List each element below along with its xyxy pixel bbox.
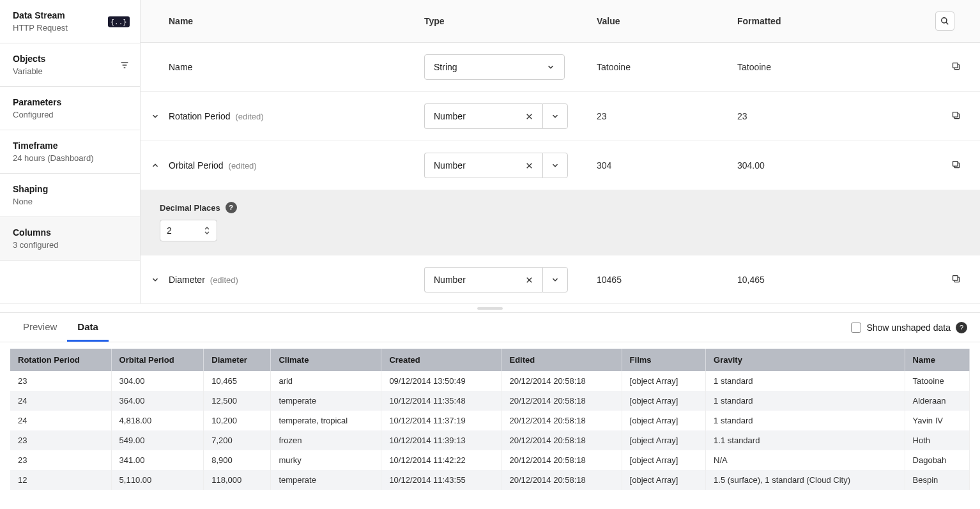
grid-header[interactable]: Climate (271, 349, 381, 371)
sidebar-item-title: Columns (13, 227, 127, 238)
grid-cell: [object Array] (622, 470, 706, 490)
data-grid-wrap[interactable]: Rotation PeriodOrbital PeriodDiameterCli… (0, 342, 980, 509)
code-icon: {..} (108, 16, 130, 27)
resize-handle[interactable] (0, 303, 980, 312)
column-row: Name String Tatooine Tatooine (141, 43, 980, 92)
type-select-value: String (434, 62, 457, 72)
grid-cell: 24 (10, 391, 111, 411)
header-value: Value (597, 16, 737, 26)
clear-icon[interactable] (525, 162, 533, 170)
unshaped-label: Show unshaped data (866, 323, 951, 333)
edited-tag: (edited) (210, 275, 238, 285)
grid-cell: 20/12/2014 20:58:18 (501, 430, 622, 450)
search-button[interactable] (935, 11, 954, 31)
grid-cell: 20/12/2014 20:58:18 (501, 391, 622, 411)
grid-cell: 23 (10, 450, 111, 470)
sidebar-item-parameters[interactable]: Parameters Configured (0, 87, 140, 130)
decimal-places-input[interactable]: 2 (160, 220, 217, 241)
column-value: 23 (597, 111, 737, 121)
svg-rect-18 (953, 276, 958, 281)
grid-cell: 10/12/2014 11:42:22 (381, 450, 501, 470)
column-row: Rotation Period(edited) Number 23 23 (141, 92, 980, 141)
table-row: 125,110.00118,000temperate10/12/2014 11:… (10, 470, 970, 490)
grid-cell: 09/12/2014 13:50:49 (381, 371, 501, 391)
help-icon[interactable]: ? (226, 202, 237, 213)
sidebar-item-timeframe[interactable]: Timeframe 24 hours (Dashboard) (0, 130, 140, 174)
header-name: Name (169, 16, 424, 26)
grid-header[interactable]: Films (622, 349, 706, 371)
grid-cell: 20/12/2014 20:58:18 (501, 450, 622, 470)
sidebar-item-columns[interactable]: Columns 3 configured (0, 217, 140, 261)
grid-cell: 4,818.00 (111, 411, 204, 430)
grid-cell: 549.00 (111, 430, 204, 450)
grid-header[interactable]: Rotation Period (10, 349, 111, 371)
decimal-places-label: Decimal Places (160, 203, 220, 213)
grid-cell: temperate (271, 470, 381, 490)
grid-cell: [object Array] (622, 371, 706, 391)
grid-cell: 1.5 (surface), 1 standard (Cloud City) (706, 470, 905, 490)
copy-icon[interactable] (951, 160, 961, 169)
collapse-toggle[interactable] (151, 161, 169, 170)
clear-icon[interactable] (525, 112, 533, 121)
table-row: 23304.0010,465arid09/12/2014 13:50:4920/… (10, 371, 970, 391)
svg-rect-6 (953, 63, 958, 68)
edited-tag: (edited) (236, 112, 264, 121)
clear-icon[interactable] (525, 276, 533, 284)
grid-cell: N/A (706, 450, 905, 470)
tab-data[interactable]: Data (67, 314, 109, 342)
grid-cell: 1 standard (706, 411, 905, 430)
chevron-down-icon (546, 63, 555, 72)
type-dropdown-button[interactable] (542, 103, 568, 129)
help-icon[interactable]: ? (956, 322, 967, 333)
unshaped-checkbox[interactable] (851, 323, 861, 333)
column-formatted: Tatooine (737, 62, 935, 72)
copy-icon[interactable] (951, 274, 961, 284)
sidebar-item-objects[interactable]: Objects Variable (0, 43, 140, 87)
sidebar-item-title: Shaping (13, 184, 127, 194)
data-grid: Rotation PeriodOrbital PeriodDiameterCli… (10, 349, 970, 490)
grid-header[interactable]: Orbital Period (111, 349, 204, 371)
grid-header[interactable]: Name (905, 349, 969, 371)
sidebar-item-data-stream[interactable]: Data Stream HTTP Request {..} (0, 0, 140, 43)
table-row: 23549.007,200frozen10/12/2014 11:39:1320… (10, 430, 970, 450)
config-sidebar: Data Stream HTTP Request {..} Objects Va… (0, 0, 141, 303)
grid-header[interactable]: Created (381, 349, 501, 371)
grid-header[interactable]: Diameter (204, 349, 271, 371)
grid-cell: [object Array] (622, 411, 706, 430)
type-dropdown-button[interactable] (542, 267, 568, 292)
stepper-icon[interactable] (204, 225, 210, 236)
tab-preview[interactable]: Preview (13, 314, 67, 342)
grid-cell: 10,200 (204, 411, 271, 430)
copy-icon[interactable] (951, 61, 961, 71)
grid-cell: [object Array] (622, 391, 706, 411)
grid-cell: 341.00 (111, 450, 204, 470)
table-row: 24364.0012,500temperate10/12/2014 11:35:… (10, 391, 970, 411)
type-dropdown-button[interactable] (542, 153, 568, 178)
expand-toggle[interactable] (151, 112, 169, 121)
filter-icon (119, 60, 130, 70)
type-select[interactable]: String (424, 54, 565, 80)
column-name: Name (169, 62, 192, 72)
grid-cell: 20/12/2014 20:58:18 (501, 411, 622, 430)
column-value: Tatooine (597, 62, 737, 72)
grid-header[interactable]: Gravity (706, 349, 905, 371)
grid-cell: 12 (10, 470, 111, 490)
grid-cell: Hoth (905, 430, 969, 450)
grid-cell: 1 standard (706, 371, 905, 391)
copy-icon[interactable] (951, 110, 961, 120)
grid-cell: 20/12/2014 20:58:18 (501, 470, 622, 490)
type-select-value: Number (434, 160, 466, 171)
grid-header[interactable]: Edited (501, 349, 622, 371)
expand-toggle[interactable] (151, 275, 169, 284)
column-value: 10465 (597, 275, 737, 285)
svg-rect-14 (953, 162, 958, 167)
column-formatted: 10,465 (737, 275, 935, 285)
grid-cell: 20/12/2014 20:58:18 (501, 371, 622, 391)
grid-cell: 10/12/2014 11:39:13 (381, 430, 501, 450)
sidebar-item-shaping[interactable]: Shaping None (0, 174, 140, 217)
type-select[interactable]: Number (424, 153, 542, 178)
svg-line-4 (946, 22, 949, 25)
type-select[interactable]: Number (424, 103, 542, 129)
type-select[interactable]: Number (424, 267, 542, 292)
table-row: 23341.008,900murky10/12/2014 11:42:2220/… (10, 450, 970, 470)
